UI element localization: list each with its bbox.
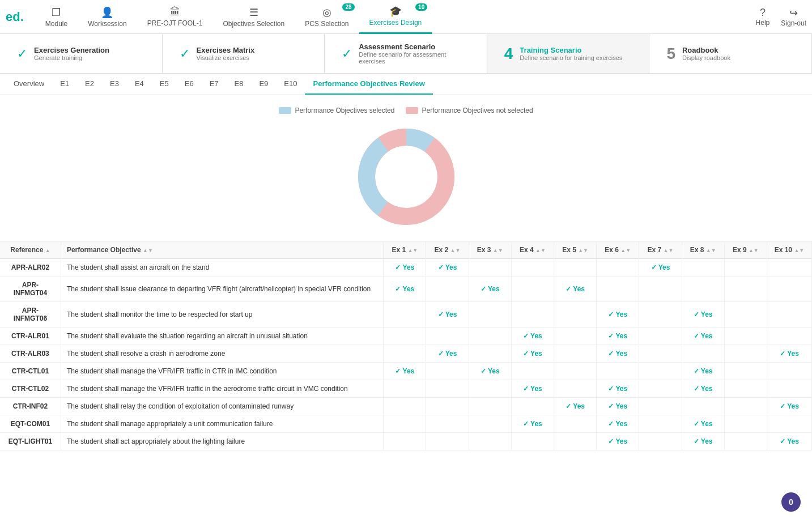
- cell-ex10-8: [767, 415, 811, 433]
- yes-check: ✓ Yes: [608, 402, 627, 410]
- cell-ex7-2: [639, 302, 682, 328]
- cell-ex3-9: [469, 433, 511, 450]
- legend-not-selected: Performance Objectives not selected: [406, 107, 533, 114]
- col-header-ex6[interactable]: Ex 6 ▲▼: [597, 241, 639, 259]
- cell-ex7-1: [639, 277, 682, 302]
- sort-ex2-icon: ▲▼: [450, 248, 461, 253]
- svg-point-2: [381, 151, 432, 202]
- yes-check: ✓ Yes: [395, 367, 414, 375]
- nav-objectives[interactable]: ☰ Objectives Selection: [212, 0, 295, 34]
- table-row: APR-ALR02The student shall assist an air…: [0, 259, 812, 277]
- tab-e6[interactable]: E6: [177, 74, 202, 95]
- yes-check: ✓ Yes: [780, 437, 799, 445]
- wizard-step-5[interactable]: 5 Roadbook Display roadbook: [649, 34, 812, 73]
- cell-objective-6: The student shall manage the VFR/IFR tra…: [61, 380, 383, 398]
- cell-ex1-2: [384, 302, 426, 328]
- help-icon: ?: [760, 7, 766, 19]
- cell-ex7-0: ✓ Yes: [639, 259, 682, 277]
- yes-check: ✓ Yes: [694, 420, 713, 428]
- legend-selected: Performance Objectives selected: [279, 107, 394, 114]
- nav-pcs[interactable]: 28 ◎ PCS Selection: [295, 0, 359, 34]
- tab-e5[interactable]: E5: [152, 74, 177, 95]
- cell-ex9-3: [724, 328, 767, 345]
- col-header-performance[interactable]: Performance Objective ▲▼: [61, 241, 383, 259]
- cell-ex7-9: [639, 433, 682, 450]
- exercises-badge: 10: [415, 3, 427, 11]
- col-header-ex1[interactable]: Ex 1 ▲▼: [384, 241, 426, 259]
- table-row: CTR-INF02The student shall relay the con…: [0, 398, 812, 415]
- tab-e4[interactable]: E4: [127, 74, 152, 95]
- cell-ex5-2: [554, 302, 596, 328]
- yes-check: ✓ Yes: [523, 385, 542, 393]
- yes-check: ✓ Yes: [608, 332, 627, 340]
- cell-ex2-8: [426, 415, 469, 433]
- cell-ex7-8: [639, 415, 682, 433]
- cell-ex7-6: [639, 380, 682, 398]
- cell-ex7-4: [639, 345, 682, 363]
- wizard-step-3[interactable]: ✓ Assessment Scenario Define scenario fo…: [325, 34, 487, 73]
- col-header-ex4[interactable]: Ex 4 ▲▼: [511, 241, 554, 259]
- yes-check: ✓ Yes: [651, 263, 670, 271]
- col-header-ex2[interactable]: Ex 2 ▲▼: [426, 241, 469, 259]
- cell-ex9-8: [724, 415, 767, 433]
- wizard-step-4[interactable]: 4 Training Scenario Define scenario for …: [487, 34, 650, 73]
- cell-ex4-8: ✓ Yes: [511, 415, 554, 433]
- yes-check: ✓ Yes: [608, 350, 627, 358]
- tab-e2[interactable]: E2: [77, 74, 102, 95]
- col-header-ex8[interactable]: Ex 8 ▲▼: [682, 241, 724, 259]
- yes-check: ✓ Yes: [608, 311, 627, 318]
- cell-ex8-0: [682, 259, 724, 277]
- nav-signout[interactable]: ↪ Sign-out: [781, 7, 806, 27]
- sort-ex6-icon: ▲▼: [620, 248, 631, 253]
- wizard-step-1[interactable]: ✓ Exercises Generation Generate training: [0, 34, 163, 73]
- cell-ex4-4: ✓ Yes: [511, 345, 554, 363]
- wizard-step-2[interactable]: ✓ Exercises Matrix Visualize exercises: [163, 34, 325, 73]
- nav-module[interactable]: ❐ Module: [35, 0, 78, 34]
- col-header-ex7[interactable]: Ex 7 ▲▼: [639, 241, 682, 259]
- col-header-ex9[interactable]: Ex 9 ▲▼: [724, 241, 767, 259]
- tab-e7[interactable]: E7: [202, 74, 227, 95]
- tab-overview[interactable]: Overview: [6, 74, 52, 95]
- cell-ex8-8: ✓ Yes: [682, 415, 724, 433]
- nav-pre-ojt[interactable]: 🏛 PRE-OJT FOOL-1: [137, 0, 213, 34]
- cell-ex1-9: [384, 433, 426, 450]
- col-header-reference[interactable]: Reference ▲: [0, 241, 61, 259]
- tab-e10[interactable]: E10: [276, 74, 305, 95]
- col-header-ex5[interactable]: Ex 5 ▲▼: [554, 241, 596, 259]
- cell-ex9-6: [724, 380, 767, 398]
- cell-ex4-2: [511, 302, 554, 328]
- tab-e1[interactable]: E1: [52, 74, 77, 95]
- wizard-text-4: Training Scenario Define scenario for tr…: [520, 46, 622, 61]
- tab-performance-objectives[interactable]: Performance Objectives Review: [305, 74, 432, 95]
- yes-check: ✓ Yes: [694, 311, 713, 318]
- table-row: CTR-ALR01The student shall evaluate the …: [0, 328, 812, 345]
- sort-reference-icon: ▲: [45, 248, 50, 253]
- col-header-ex3[interactable]: Ex 3 ▲▼: [469, 241, 511, 259]
- wizard-check-3: ✓: [342, 46, 352, 61]
- nav-exercises[interactable]: 10 🎓 Exercises Design: [359, 0, 432, 34]
- col-header-ex10[interactable]: Ex 10 ▲▼: [767, 241, 811, 259]
- nav-worksession[interactable]: 👤 Worksession: [78, 0, 137, 34]
- cell-ex6-5: [597, 363, 639, 380]
- tab-e8[interactable]: E8: [227, 74, 252, 95]
- objectives-icon: ☰: [249, 6, 258, 19]
- worksession-icon: 👤: [101, 6, 113, 19]
- table-row: CTR-CTL02The student shall manage the VF…: [0, 380, 812, 398]
- table-row: APR-INFMGT06The student shall monitor th…: [0, 302, 812, 328]
- yes-check: ✓ Yes: [694, 332, 713, 340]
- sort-ex4-icon: ▲▼: [535, 248, 546, 253]
- sort-ex5-icon: ▲▼: [578, 248, 588, 253]
- sort-ex7-icon: ▲▼: [664, 248, 674, 253]
- cell-ex1-6: [384, 380, 426, 398]
- cell-ex4-6: ✓ Yes: [511, 380, 554, 398]
- cell-ex2-6: [426, 380, 469, 398]
- cell-ex2-7: [426, 398, 469, 415]
- tab-e3[interactable]: E3: [102, 74, 127, 95]
- yes-check: ✓ Yes: [438, 311, 457, 318]
- cell-ex2-0: ✓ Yes: [426, 259, 469, 277]
- tab-e9[interactable]: E9: [251, 74, 276, 95]
- cell-ref-7: CTR-INF02: [0, 398, 61, 415]
- nav-help[interactable]: ? Help: [756, 7, 770, 27]
- cell-objective-5: The student shall manage the VFR/IFR tra…: [61, 363, 383, 380]
- sort-ex10-icon: ▲▼: [794, 248, 804, 253]
